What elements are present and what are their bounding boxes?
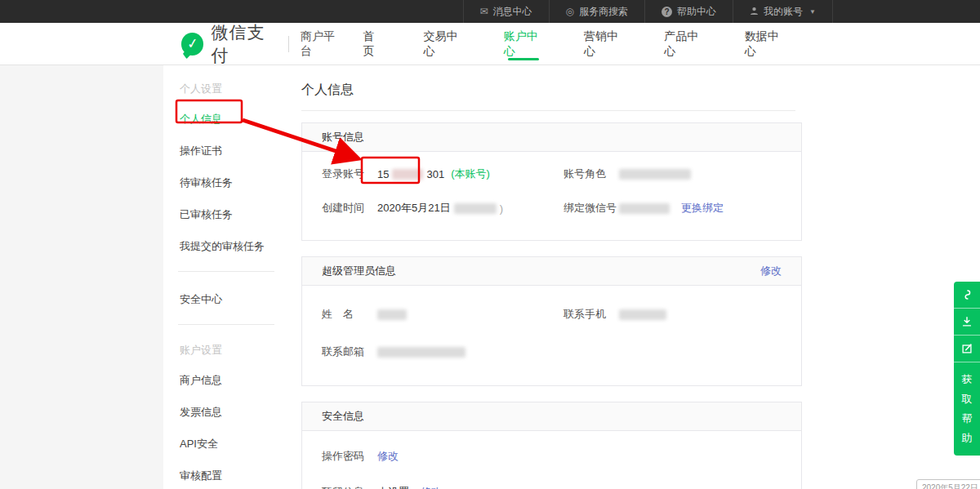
sidebar-divider: [178, 271, 274, 272]
account-role-label: 账号角色: [564, 167, 619, 181]
super-admin-header: 超级管理员信息 修改: [302, 257, 801, 286]
reserved-info-value: 未设置: [377, 485, 409, 489]
nav-marketing-center[interactable]: 营销中心: [564, 23, 644, 65]
created-time-label: 创建时间: [322, 201, 377, 216]
topbar-item-label: 我的账号: [764, 5, 803, 19]
sidebar-item-merchant-info[interactable]: 商户信息: [180, 371, 282, 390]
search-provider-icon: ◎: [566, 7, 574, 16]
sidebar-item-operation-certificate[interactable]: 操作证书: [180, 141, 282, 161]
security-info-card: 安全信息 操作密码 修改 预留信息 未设置 修改 预留: [301, 402, 802, 489]
bound-wechat-label: 绑定微信号: [564, 201, 619, 216]
account-role-row: 账号角色: [564, 167, 691, 181]
admin-phone-label: 联系手机: [564, 307, 619, 322]
topbar-item-help-center[interactable]: ? 帮助中心: [644, 0, 733, 23]
password-edit-link[interactable]: 修改: [377, 449, 399, 464]
page-title: 个人信息: [295, 82, 980, 99]
reserved-edit-link[interactable]: 修改: [421, 485, 442, 489]
sidebar-group-account-settings: 账户设置: [180, 343, 282, 358]
rebind-link[interactable]: 更换绑定: [681, 201, 724, 216]
operation-password-label: 操作密码: [322, 449, 377, 464]
admin-name-label: 姓 名: [322, 307, 377, 322]
super-admin-card: 超级管理员信息 修改 姓 名 联系手机 联系邮箱: [301, 256, 802, 386]
masked-created-detail: [454, 203, 497, 214]
nav-home[interactable]: 首页: [342, 23, 403, 65]
topbar: ✉ 消息中心 ◎ 服务商搜索 ? 帮助中心 我的账号 ▼: [0, 0, 980, 23]
security-info-header: 安全信息: [302, 402, 801, 431]
topbar-item-messages[interactable]: ✉ 消息中心: [463, 0, 549, 23]
floating-help-group: 获 取 帮 助: [954, 282, 980, 456]
section-title: 账号信息: [322, 130, 364, 144]
sidebar-item-my-submitted-tasks[interactable]: 我提交的审核任务: [180, 237, 282, 256]
nav-transaction-center[interactable]: 交易中心: [403, 23, 483, 65]
sidebar-item-api-security[interactable]: API安全: [180, 434, 282, 454]
topbar-item-my-account[interactable]: 我的账号 ▼: [733, 0, 833, 23]
topbar-menu: ✉ 消息中心 ◎ 服务商搜索 ? 帮助中心 我的账号 ▼: [463, 0, 833, 23]
sidebar-divider: [178, 324, 274, 325]
main-nav: 首页 交易中心 账户中心 营销中心 产品中心 数据中心: [342, 23, 804, 65]
account-info-card: 账号信息 登录账号 15 301 (本账号) 账号角色: [301, 122, 802, 241]
masked-admin-phone: [619, 309, 666, 320]
admin-edit-link[interactable]: 修改: [760, 264, 782, 278]
bound-wechat-row: 绑定微信号 更换绑定: [564, 201, 724, 216]
login-account-label: 登录账号: [322, 167, 377, 181]
date-tooltip: 2020年5月22日: [916, 479, 980, 489]
masked-wechat-id: [619, 203, 670, 214]
created-time-row: 创建时间 2020年5月21日 ): [322, 201, 564, 216]
topbar-item-provider-search[interactable]: ◎ 服务商搜索: [549, 0, 644, 23]
sidebar-item-invoice-info[interactable]: 发票信息: [180, 402, 282, 422]
topbar-item-label: 消息中心: [493, 5, 532, 19]
chevron-down-icon: ▼: [809, 8, 816, 16]
sidebar-item-review-config[interactable]: 审核配置: [180, 466, 282, 486]
user-icon: [750, 7, 759, 17]
masked-login-digits: [392, 169, 423, 180]
reserved-info-label: 预留信息: [322, 485, 377, 489]
masked-admin-email: [377, 347, 466, 358]
topbar-item-label: 帮助中心: [677, 5, 716, 19]
page-body: 个人设置 个人信息 操作证书 待审核任务 已审核任务 我提交的审核任务 安全中心…: [0, 65, 980, 489]
help-icon: ?: [662, 7, 672, 17]
operation-password-row: 操作密码 修改: [322, 449, 399, 464]
topbar-item-label: 服务商搜索: [579, 5, 628, 19]
portal-label: 商户平台: [301, 29, 342, 59]
feedback-button[interactable]: [954, 336, 980, 362]
masked-account-role: [619, 169, 691, 180]
nav-data-center[interactable]: 数据中心: [724, 23, 804, 65]
masked-admin-name: [377, 309, 407, 320]
logo-divider: [288, 36, 289, 52]
header: ✓ 微信支付 商户平台 首页 交易中心 账户中心 营销中心 产品中心 数据中心: [0, 23, 980, 65]
logo-text: 微信支付: [211, 21, 277, 67]
admin-email-row: 联系邮箱: [322, 345, 564, 359]
current-account-tag: (本账号): [451, 167, 490, 181]
nav-account-center[interactable]: 账户中心: [483, 23, 564, 65]
download-button[interactable]: [954, 309, 980, 336]
section-title: 安全信息: [322, 409, 364, 424]
sidebar-item-personal-info[interactable]: 个人信息: [180, 109, 282, 129]
section-title: 超级管理员信息: [322, 264, 396, 278]
admin-email-label: 联系邮箱: [322, 345, 377, 359]
sidebar-item-pending-review-tasks[interactable]: 待审核任务: [180, 173, 282, 193]
sidebar-item-reviewed-tasks[interactable]: 已审核任务: [180, 205, 282, 224]
mail-icon: ✉: [480, 7, 488, 16]
edit-icon: [960, 342, 973, 355]
get-help-button[interactable]: 获 取 帮 助: [954, 362, 980, 456]
wechat-pay-logo: ✓ 微信支付 商户平台: [181, 21, 342, 67]
account-info-header: 账号信息: [302, 123, 801, 152]
login-account-row: 登录账号 15 301 (本账号): [322, 167, 564, 181]
main-content: 个人信息 账号信息 登录账号 15 301 (本账号): [282, 65, 980, 489]
sidebar: 个人设置 个人信息 操作证书 待审核任务 已审核任务 我提交的审核任务 安全中心…: [163, 65, 282, 489]
left-gutter: [0, 65, 163, 489]
sidebar-item-security-center[interactable]: 安全中心: [180, 290, 282, 309]
title-divider: [301, 110, 795, 111]
download-icon: [960, 315, 973, 328]
admin-phone-row: 联系手机: [564, 307, 666, 322]
share-link-button[interactable]: [954, 282, 980, 309]
link-icon: [960, 288, 973, 301]
sidebar-group-personal-settings: 个人设置: [180, 82, 282, 96]
nav-product-center[interactable]: 产品中心: [644, 23, 724, 65]
admin-name-row: 姓 名: [322, 307, 564, 322]
wechat-bubble-icon: ✓: [181, 33, 203, 56]
login-account-value: 15 301 (本账号): [377, 167, 490, 181]
reserved-info-row: 预留信息 未设置 修改: [322, 485, 442, 489]
